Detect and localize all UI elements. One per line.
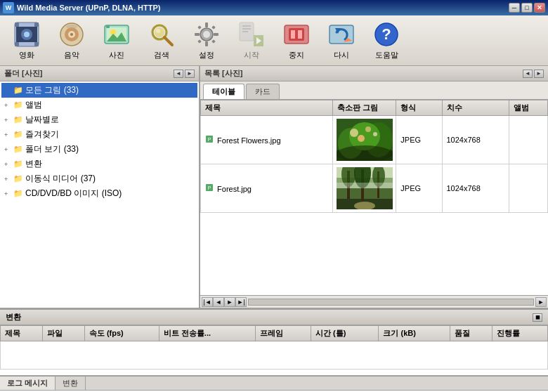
expand-convert: + (4, 161, 11, 168)
svg-point-56 (358, 135, 365, 142)
tab-card[interactable]: 카드 (246, 84, 280, 99)
view-tabs: 테이블 카드 (200, 81, 548, 100)
left-panel-expand-btn[interactable]: ◄ (174, 70, 183, 78)
thumb-cell-2 (333, 164, 396, 213)
expand-folderview: + (4, 146, 11, 153)
right-panel-collapse-btn[interactable]: ► (534, 70, 544, 78)
conv-col-bitrate[interactable]: 비트 전송률... (159, 326, 255, 341)
conv-col-frame[interactable]: 프레임 (256, 326, 311, 341)
tree-item-folderview[interactable]: + 📁 폴더 보기 (33) (1, 142, 197, 157)
window-title: Wild Media Server (UPnP, DLNA, HTTP) (17, 4, 160, 12)
col-thumbnail[interactable]: 축소판 그림 (333, 100, 396, 116)
conversion-area: 변환 ◼ 제목 파일 속도 (fps) 비트 전송률... 프레임 시간 (틀)… (0, 308, 548, 375)
col-album[interactable]: 앨범 (509, 100, 548, 116)
log-area: 로그 메시지 변환 (0, 375, 548, 392)
conv-col-file[interactable]: 파일 (42, 326, 84, 341)
col-size[interactable]: 치수 (442, 100, 509, 116)
settings-tool-button[interactable]: 설정 (185, 18, 228, 63)
expand-mobile: + (4, 176, 11, 183)
dimensions-2: 1024x768 (442, 164, 509, 213)
scroll-next[interactable]: ► (224, 297, 235, 307)
log-tab-convert[interactable]: 변환 (56, 377, 86, 390)
tree-item-album[interactable]: + 📁 앨범 (1, 98, 197, 112)
tree-item-mobile[interactable]: + 📁 이동식 미디어 (37) (1, 171, 197, 186)
movie-tool-button[interactable]: 영화 (6, 18, 48, 63)
movie-icon (13, 20, 41, 48)
conv-col-size[interactable]: 크기 (kB) (379, 326, 450, 341)
search-tool-button[interactable]: 검색 (141, 18, 183, 63)
svg-rect-7 (34, 42, 39, 46)
tree-item-favorites[interactable]: + 📁 즐겨찾기 (1, 127, 197, 142)
photo-tool-button[interactable]: 사진 (96, 18, 138, 63)
scroll-track[interactable] (248, 299, 534, 306)
scroll-last[interactable]: ►| (235, 297, 247, 307)
file-icon-1: P (205, 135, 214, 143)
stop-tool-button[interactable]: 중지 (275, 18, 318, 63)
app-icon: W (3, 2, 14, 13)
svg-text:P: P (208, 185, 211, 190)
conv-col-quality[interactable]: 품질 (450, 326, 492, 341)
refresh-tool-button[interactable]: 다시 (320, 18, 363, 63)
thumbnail-forest-flowers (337, 119, 393, 161)
folder-icon-album: 📁 (13, 100, 23, 110)
left-panel: 폴더 [사진] ◄ ► 📁 모든 그림 (33) + 📁 앨범 + 📁 날짜별로 (0, 66, 200, 308)
svg-rect-34 (242, 28, 251, 30)
tree-item-all[interactable]: 📁 모든 그림 (33) (1, 83, 197, 98)
scroll-prev[interactable]: ◄ (213, 297, 224, 307)
svg-point-21 (156, 29, 160, 33)
music-tool-button[interactable]: 음악 (51, 18, 93, 63)
log-tab-messages[interactable]: 로그 메시지 (0, 377, 56, 390)
format-2: JPEG (396, 164, 442, 213)
expand-album: + (4, 102, 11, 109)
toolbar: 영화 음악 사진 (0, 15, 548, 66)
conversion-header-row: 제목 파일 속도 (fps) 비트 전송률... 프레임 시간 (틀) 크기 (… (1, 326, 548, 341)
table-row[interactable]: P Forest Flowers.jpg (201, 116, 548, 164)
right-panel-btns: ◄ ► (523, 70, 544, 78)
help-tool-button[interactable]: ? 도움말 (365, 18, 407, 63)
tree-item-convert[interactable]: + 📁 변환 (1, 157, 197, 171)
movie-label: 영화 (19, 50, 34, 60)
stop-icon (282, 20, 311, 48)
conv-col-time[interactable]: 시간 (틀) (311, 326, 379, 341)
svg-point-11 (70, 33, 73, 36)
conv-col-speed[interactable]: 속도 (fps) (84, 326, 159, 341)
svg-rect-4 (15, 22, 19, 27)
settings-label: 설정 (199, 50, 214, 60)
right-panel-title: 목록 [사진] (204, 68, 242, 79)
help-icon: ? (372, 20, 400, 48)
search-icon (148, 20, 176, 48)
maximize-button[interactable]: □ (521, 3, 533, 13)
music-label: 음악 (64, 50, 79, 60)
svg-rect-5 (34, 22, 39, 27)
table-row[interactable]: P Forest.jpg (201, 164, 548, 213)
folder-tree: 📁 모든 그림 (33) + 📁 앨범 + 📁 날짜별로 + 📁 즐겨찾기 + … (0, 81, 199, 308)
left-panel-collapse-btn[interactable]: ► (185, 70, 195, 78)
expand-favorites: + (4, 131, 11, 138)
col-format[interactable]: 형식 (396, 100, 442, 116)
col-title[interactable]: 제목 (201, 100, 333, 116)
right-panel-expand-btn[interactable]: ◄ (523, 70, 533, 78)
svg-rect-24 (205, 22, 208, 27)
folder-icon-favorites: 📁 (13, 130, 23, 140)
log-tabs: 로그 메시지 변환 (0, 377, 548, 391)
minimize-button[interactable]: ─ (509, 3, 520, 13)
conversion-header-btns: ◼ (533, 313, 542, 322)
tab-table[interactable]: 테이블 (203, 84, 244, 99)
table-header-row: 제목 축소판 그림 형식 치수 앨범 (201, 100, 548, 116)
scroll-right[interactable]: ► (535, 297, 547, 307)
conversion-dock-btn[interactable]: ◼ (533, 313, 542, 322)
folder-icon-all: 📁 (13, 86, 23, 96)
conv-col-progress[interactable]: 진행률 (492, 326, 548, 341)
start-tool-button[interactable]: 시작 (230, 18, 273, 63)
svg-rect-31 (211, 39, 216, 44)
scroll-first[interactable]: |◄ (202, 297, 213, 307)
tree-item-bydate[interactable]: + 📁 날짜별로 (1, 112, 197, 127)
svg-rect-26 (195, 33, 200, 36)
close-button[interactable]: ✕ (534, 3, 545, 13)
right-panel-header: 목록 [사진] ◄ ► (200, 66, 548, 81)
tree-item-cdvd[interactable]: + 📁 CD/DVD/BD 이미지 (ISO) (1, 186, 197, 201)
folder-icon-cdvd: 📁 (13, 189, 23, 199)
left-panel-header: 폴더 [사진] ◄ ► (0, 66, 199, 81)
svg-point-3 (24, 32, 30, 37)
conv-col-title[interactable]: 제목 (1, 326, 43, 341)
